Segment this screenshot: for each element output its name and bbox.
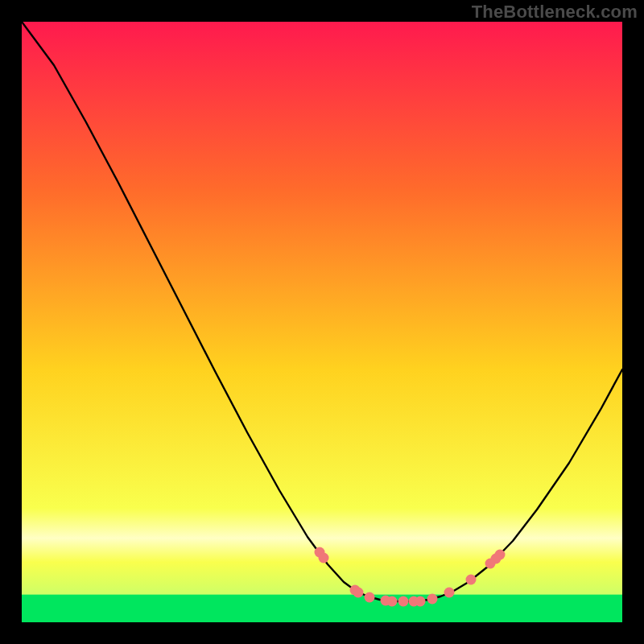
data-dot (319, 553, 329, 564)
data-dot (495, 550, 506, 560)
data-dot (466, 575, 477, 585)
data-dot (398, 597, 409, 607)
data-dot (365, 592, 375, 603)
data-dot (415, 597, 426, 607)
data-dot (353, 588, 364, 598)
data-dot (427, 594, 438, 605)
data-dot (387, 597, 398, 607)
attribution-label: TheBottleneck.com (472, 2, 638, 23)
chart-frame (22, 22, 622, 622)
bottleneck-curve (22, 22, 622, 622)
curve-path (22, 22, 622, 601)
data-dot (444, 588, 455, 598)
